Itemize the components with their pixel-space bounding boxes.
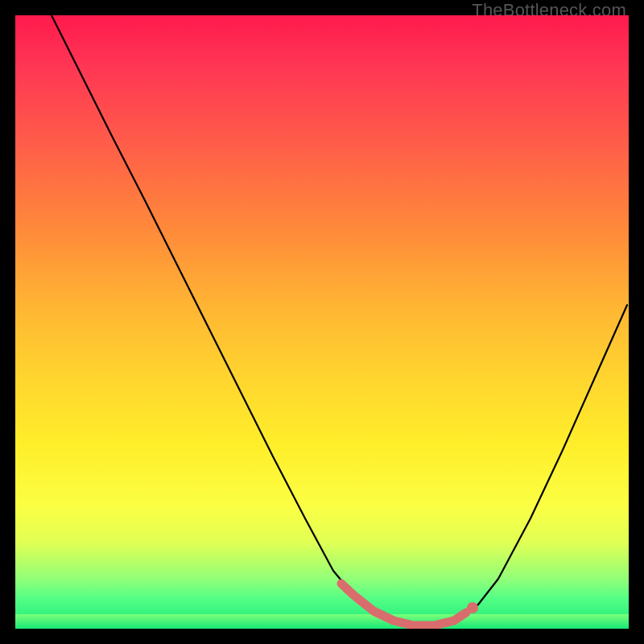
highlight-segment — [341, 584, 466, 625]
bottleneck-curve — [52, 15, 627, 625]
plot-area — [15, 15, 629, 629]
curve-svg — [15, 15, 629, 629]
highlight-dot — [467, 602, 478, 613]
chart-stage: TheBottleneck.com — [0, 0, 644, 644]
